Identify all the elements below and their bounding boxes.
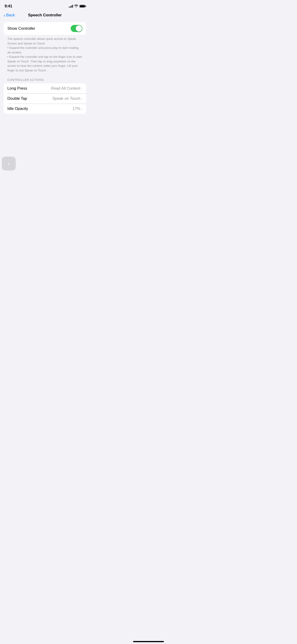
idle-opacity-value-text: 17% (72, 106, 80, 111)
widget-chevron-icon: › (8, 160, 10, 166)
back-button[interactable]: ‹ Back (4, 13, 15, 18)
show-controller-toggle[interactable] (71, 25, 82, 32)
speech-controller-widget[interactable]: › (2, 156, 16, 170)
back-chevron-icon: ‹ (4, 13, 5, 18)
page-title: Speech Controller (28, 13, 62, 18)
long-press-label: Long Press (7, 86, 27, 91)
double-tap-label: Double Tap (7, 96, 27, 101)
long-press-chevron-icon: › (81, 86, 82, 90)
idle-opacity-value: 17% › (72, 106, 82, 111)
double-tap-chevron-icon: › (81, 97, 82, 101)
idle-opacity-chevron-icon: › (81, 107, 82, 111)
back-label: Back (6, 13, 15, 18)
long-press-value-text: Read All Content (51, 86, 80, 91)
long-press-row[interactable]: Long Press Read All Content › (4, 84, 86, 94)
toggle-thumb (76, 25, 82, 32)
show-controller-card: Show Controller (4, 22, 86, 35)
battery-icon (80, 5, 85, 8)
section-header: CONTROLLER ACTIONS (4, 76, 86, 84)
status-time: 9:41 (4, 4, 12, 8)
wifi-icon (74, 4, 78, 8)
nav-bar: ‹ Back Speech Controller (0, 11, 90, 20)
idle-opacity-row[interactable]: Idle Opacity 17% › (4, 104, 86, 114)
status-bar: 9:41 (0, 0, 90, 11)
show-controller-label: Show Controller (7, 26, 35, 31)
status-icons (69, 4, 85, 8)
idle-opacity-label: Idle Opacity (7, 106, 28, 111)
long-press-value: Read All Content › (51, 86, 82, 91)
controller-actions-card: Long Press Read All Content › Double Tap… (4, 84, 86, 114)
main-content: Show Controller The speech controller al… (0, 20, 90, 114)
double-tap-value-text: Speak on Touch (52, 96, 80, 101)
signal-icon (69, 5, 73, 8)
double-tap-value: Speak on Touch › (52, 96, 82, 101)
description-text: The speech controller allows quick acces… (4, 35, 86, 76)
show-controller-row: Show Controller (4, 22, 86, 35)
double-tap-row[interactable]: Double Tap Speak on Touch › (4, 94, 86, 104)
